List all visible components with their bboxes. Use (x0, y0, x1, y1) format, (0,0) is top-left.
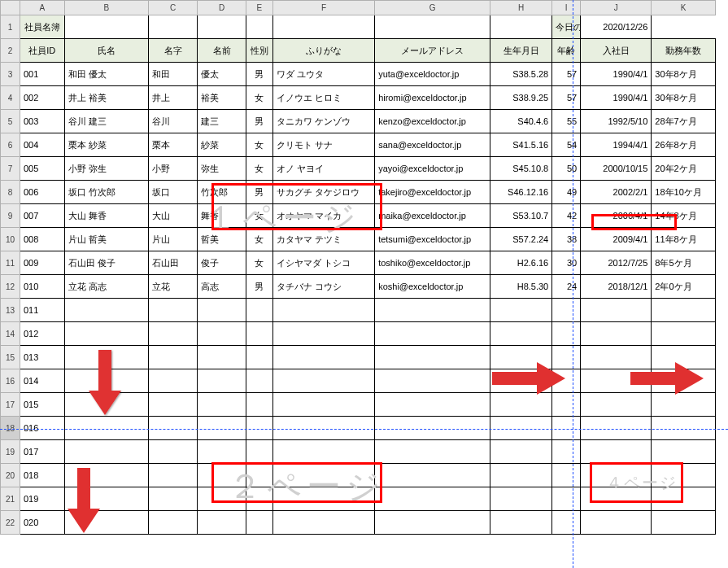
table-header[interactable]: 性別 (246, 39, 273, 63)
cell-hire[interactable]: 2000/10/15 (581, 157, 652, 181)
row-header[interactable]: 20 (1, 464, 20, 487)
cell-email[interactable]: takejiro@exceldoctor.jp (375, 181, 490, 204)
empty-cell[interactable] (272, 511, 374, 535)
cell-kana[interactable]: オオヤマ マイカ (272, 204, 374, 228)
empty-cell[interactable] (581, 440, 652, 464)
cell-id[interactable]: 008 (20, 228, 64, 251)
spreadsheet-grid[interactable]: A B C D E F G H I J K 1社員名簿今日の日付2020/12/… (0, 0, 716, 535)
cell-hire[interactable]: 1990/4/1 (581, 63, 652, 86)
row-header[interactable]: 4 (1, 86, 20, 110)
empty-cell[interactable] (198, 440, 246, 464)
table-header[interactable]: 氏名 (64, 39, 149, 63)
cell-age[interactable]: 38 (552, 228, 581, 251)
cell-gender[interactable]: 女 (246, 251, 273, 275)
cell-birth[interactable]: H2.6.16 (490, 251, 551, 275)
cell-years[interactable]: 30年8ケ月 (652, 86, 716, 110)
empty-cell[interactable] (246, 511, 273, 535)
cell-given[interactable]: 紗菜 (198, 133, 246, 157)
col-header[interactable]: D (198, 1, 246, 15)
row-header[interactable]: 19 (1, 440, 20, 464)
empty-cell[interactable] (246, 417, 273, 440)
empty-cell[interactable] (198, 511, 246, 535)
cell-email[interactable]: koshi@exceldoctor.jp (375, 275, 490, 299)
cell-kana[interactable]: クリモト サナ (272, 133, 374, 157)
empty-cell[interactable] (375, 299, 490, 322)
cell-birth[interactable]: H8.5.30 (490, 275, 551, 299)
empty-cell[interactable] (246, 487, 273, 511)
cell-gender[interactable]: 男 (246, 275, 273, 299)
cell-id[interactable]: 001 (20, 63, 64, 86)
cell-gender[interactable]: 女 (246, 204, 273, 228)
col-header[interactable]: J (581, 1, 652, 15)
row-header[interactable]: 6 (1, 133, 20, 157)
empty-cell[interactable] (490, 346, 551, 369)
empty-cell[interactable] (198, 15, 246, 39)
cell-hire[interactable]: 2002/2/1 (581, 181, 652, 204)
cell-birth[interactable]: S41.5.16 (490, 133, 551, 157)
table-header[interactable]: 勤務年数 (652, 39, 716, 63)
empty-cell[interactable] (272, 15, 374, 39)
empty-cell[interactable] (552, 464, 581, 487)
cell-email[interactable]: sana@exceldoctor.jp (375, 133, 490, 157)
col-header[interactable]: K (652, 1, 716, 15)
empty-cell[interactable] (149, 464, 198, 487)
col-header[interactable]: B (64, 1, 149, 15)
cell-id[interactable]: 020 (20, 511, 64, 535)
cell-email[interactable]: yayoi@exceldoctor.jp (375, 157, 490, 181)
empty-cell[interactable] (64, 417, 149, 440)
empty-cell[interactable] (149, 440, 198, 464)
cell-surname[interactable]: 谷川 (149, 110, 198, 133)
cell-years[interactable]: 30年8ケ月 (652, 63, 716, 86)
empty-cell[interactable] (246, 322, 273, 346)
empty-cell[interactable] (375, 464, 490, 487)
table-header[interactable]: ふりがな (272, 39, 374, 63)
empty-cell[interactable] (149, 322, 198, 346)
today-value[interactable]: 2020/12/26 (581, 15, 652, 39)
row-header[interactable]: 17 (1, 393, 20, 417)
cell-email[interactable]: hiromi@exceldoctor.jp (375, 86, 490, 110)
cell-kana[interactable]: タニカワ ケンゾウ (272, 110, 374, 133)
cell-id[interactable]: 011 (20, 299, 64, 322)
cell-given[interactable]: 竹次郎 (198, 181, 246, 204)
cell-id[interactable]: 009 (20, 251, 64, 275)
cell-id[interactable]: 018 (20, 464, 64, 487)
empty-cell[interactable] (272, 346, 374, 369)
title-cell[interactable]: 社員名簿 (20, 15, 64, 39)
empty-cell[interactable] (652, 440, 716, 464)
empty-cell[interactable] (64, 15, 149, 39)
cell-name[interactable]: 片山 哲美 (64, 228, 149, 251)
empty-cell[interactable] (490, 369, 551, 393)
cell-hire[interactable]: 1990/4/1 (581, 86, 652, 110)
empty-cell[interactable] (490, 15, 551, 39)
cell-gender[interactable]: 女 (246, 86, 273, 110)
empty-cell[interactable] (652, 346, 716, 369)
empty-cell[interactable] (198, 417, 246, 440)
cell-surname[interactable]: 栗本 (149, 133, 198, 157)
empty-cell[interactable] (272, 440, 374, 464)
empty-cell[interactable] (272, 322, 374, 346)
cell-email[interactable]: kenzo@exceldoctor.jp (375, 110, 490, 133)
row-header[interactable]: 10 (1, 228, 20, 251)
empty-cell[interactable] (149, 369, 198, 393)
empty-cell[interactable] (652, 322, 716, 346)
cell-birth[interactable]: S53.10.7 (490, 204, 551, 228)
empty-cell[interactable] (246, 346, 273, 369)
empty-cell[interactable] (375, 511, 490, 535)
empty-cell[interactable] (552, 299, 581, 322)
today-label[interactable]: 今日の日付 (552, 15, 581, 39)
empty-cell[interactable] (490, 322, 551, 346)
cell-surname[interactable]: 井上 (149, 86, 198, 110)
cell-email[interactable]: yuta@exceldoctor.jp (375, 63, 490, 86)
empty-cell[interactable] (246, 464, 273, 487)
cell-name[interactable]: 立花 高志 (64, 275, 149, 299)
empty-cell[interactable] (552, 393, 581, 417)
empty-cell[interactable] (552, 322, 581, 346)
cell-id[interactable]: 003 (20, 110, 64, 133)
empty-cell[interactable] (552, 417, 581, 440)
cell-id[interactable]: 002 (20, 86, 64, 110)
cell-given[interactable]: 裕美 (198, 86, 246, 110)
empty-cell[interactable] (149, 15, 198, 39)
cell-age[interactable]: 30 (552, 251, 581, 275)
cell-id[interactable]: 016 (20, 417, 64, 440)
empty-cell[interactable] (552, 440, 581, 464)
